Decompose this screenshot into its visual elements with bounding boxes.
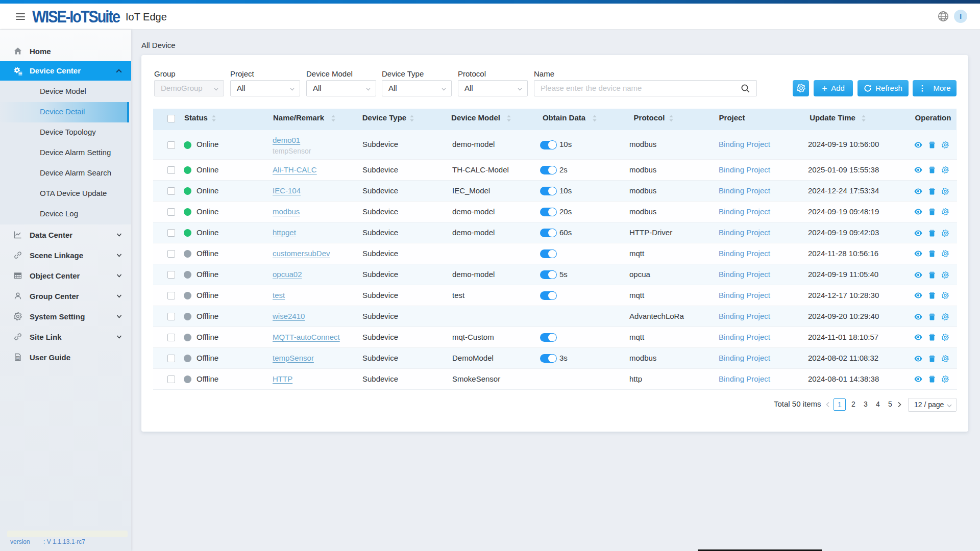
- svg-text:W: W: [16, 356, 19, 359]
